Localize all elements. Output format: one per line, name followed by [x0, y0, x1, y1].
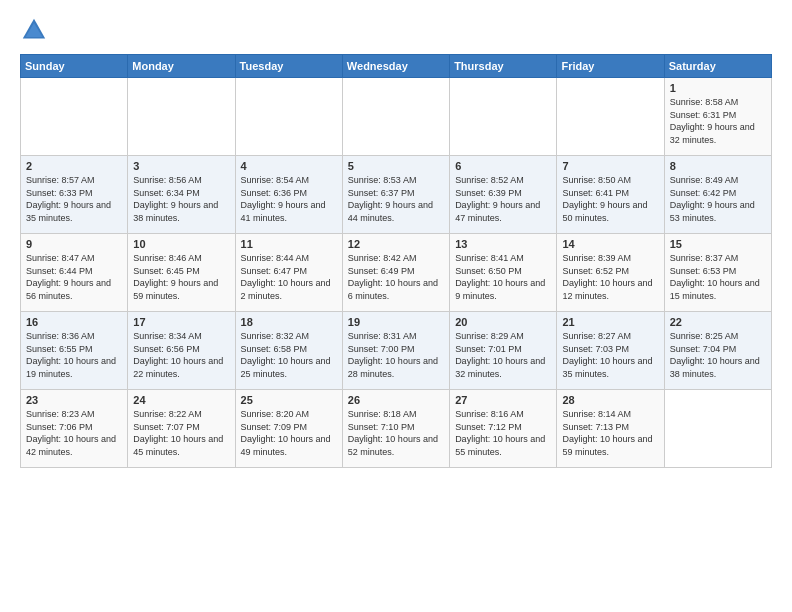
day-info: Sunrise: 8:37 AMSunset: 6:53 PMDaylight:… [670, 252, 766, 302]
week-row-5: 23Sunrise: 8:23 AMSunset: 7:06 PMDayligh… [21, 390, 772, 468]
day-number: 24 [133, 394, 229, 406]
calendar-cell [21, 78, 128, 156]
calendar-cell: 8Sunrise: 8:49 AMSunset: 6:42 PMDaylight… [664, 156, 771, 234]
calendar-cell: 7Sunrise: 8:50 AMSunset: 6:41 PMDaylight… [557, 156, 664, 234]
day-info: Sunrise: 8:20 AMSunset: 7:09 PMDaylight:… [241, 408, 337, 458]
week-row-4: 16Sunrise: 8:36 AMSunset: 6:55 PMDayligh… [21, 312, 772, 390]
week-row-3: 9Sunrise: 8:47 AMSunset: 6:44 PMDaylight… [21, 234, 772, 312]
day-number: 1 [670, 82, 766, 94]
day-info: Sunrise: 8:54 AMSunset: 6:36 PMDaylight:… [241, 174, 337, 224]
calendar-cell: 19Sunrise: 8:31 AMSunset: 7:00 PMDayligh… [342, 312, 449, 390]
day-info: Sunrise: 8:27 AMSunset: 7:03 PMDaylight:… [562, 330, 658, 380]
day-info: Sunrise: 8:29 AMSunset: 7:01 PMDaylight:… [455, 330, 551, 380]
day-info: Sunrise: 8:34 AMSunset: 6:56 PMDaylight:… [133, 330, 229, 380]
calendar-cell [557, 78, 664, 156]
day-number: 17 [133, 316, 229, 328]
calendar-cell [342, 78, 449, 156]
logo-icon [20, 16, 48, 44]
calendar-cell: 24Sunrise: 8:22 AMSunset: 7:07 PMDayligh… [128, 390, 235, 468]
day-number: 2 [26, 160, 122, 172]
calendar-cell: 5Sunrise: 8:53 AMSunset: 6:37 PMDaylight… [342, 156, 449, 234]
calendar-cell: 4Sunrise: 8:54 AMSunset: 6:36 PMDaylight… [235, 156, 342, 234]
calendar-cell: 28Sunrise: 8:14 AMSunset: 7:13 PMDayligh… [557, 390, 664, 468]
day-info: Sunrise: 8:14 AMSunset: 7:13 PMDaylight:… [562, 408, 658, 458]
day-number: 5 [348, 160, 444, 172]
calendar-cell: 14Sunrise: 8:39 AMSunset: 6:52 PMDayligh… [557, 234, 664, 312]
calendar-cell: 25Sunrise: 8:20 AMSunset: 7:09 PMDayligh… [235, 390, 342, 468]
day-number: 6 [455, 160, 551, 172]
day-number: 13 [455, 238, 551, 250]
day-number: 21 [562, 316, 658, 328]
weekday-header-sunday: Sunday [21, 55, 128, 78]
day-info: Sunrise: 8:58 AMSunset: 6:31 PMDaylight:… [670, 96, 766, 146]
day-info: Sunrise: 8:41 AMSunset: 6:50 PMDaylight:… [455, 252, 551, 302]
calendar-body: 1Sunrise: 8:58 AMSunset: 6:31 PMDaylight… [21, 78, 772, 468]
day-number: 4 [241, 160, 337, 172]
day-info: Sunrise: 8:31 AMSunset: 7:00 PMDaylight:… [348, 330, 444, 380]
calendar-cell: 13Sunrise: 8:41 AMSunset: 6:50 PMDayligh… [450, 234, 557, 312]
day-info: Sunrise: 8:36 AMSunset: 6:55 PMDaylight:… [26, 330, 122, 380]
day-info: Sunrise: 8:44 AMSunset: 6:47 PMDaylight:… [241, 252, 337, 302]
day-number: 8 [670, 160, 766, 172]
day-info: Sunrise: 8:25 AMSunset: 7:04 PMDaylight:… [670, 330, 766, 380]
day-number: 26 [348, 394, 444, 406]
day-info: Sunrise: 8:23 AMSunset: 7:06 PMDaylight:… [26, 408, 122, 458]
calendar-cell: 21Sunrise: 8:27 AMSunset: 7:03 PMDayligh… [557, 312, 664, 390]
calendar-cell: 26Sunrise: 8:18 AMSunset: 7:10 PMDayligh… [342, 390, 449, 468]
day-number: 20 [455, 316, 551, 328]
day-number: 22 [670, 316, 766, 328]
calendar-cell [664, 390, 771, 468]
weekday-header-wednesday: Wednesday [342, 55, 449, 78]
calendar: SundayMondayTuesdayWednesdayThursdayFrid… [20, 54, 772, 468]
calendar-header: SundayMondayTuesdayWednesdayThursdayFrid… [21, 55, 772, 78]
day-info: Sunrise: 8:18 AMSunset: 7:10 PMDaylight:… [348, 408, 444, 458]
day-number: 18 [241, 316, 337, 328]
day-number: 19 [348, 316, 444, 328]
calendar-cell [235, 78, 342, 156]
day-number: 16 [26, 316, 122, 328]
day-number: 10 [133, 238, 229, 250]
day-number: 12 [348, 238, 444, 250]
calendar-cell: 2Sunrise: 8:57 AMSunset: 6:33 PMDaylight… [21, 156, 128, 234]
calendar-cell: 16Sunrise: 8:36 AMSunset: 6:55 PMDayligh… [21, 312, 128, 390]
calendar-cell: 6Sunrise: 8:52 AMSunset: 6:39 PMDaylight… [450, 156, 557, 234]
weekday-header-monday: Monday [128, 55, 235, 78]
day-info: Sunrise: 8:57 AMSunset: 6:33 PMDaylight:… [26, 174, 122, 224]
calendar-cell [450, 78, 557, 156]
day-info: Sunrise: 8:52 AMSunset: 6:39 PMDaylight:… [455, 174, 551, 224]
day-number: 11 [241, 238, 337, 250]
weekday-row: SundayMondayTuesdayWednesdayThursdayFrid… [21, 55, 772, 78]
day-number: 23 [26, 394, 122, 406]
day-info: Sunrise: 8:32 AMSunset: 6:58 PMDaylight:… [241, 330, 337, 380]
calendar-cell: 20Sunrise: 8:29 AMSunset: 7:01 PMDayligh… [450, 312, 557, 390]
day-info: Sunrise: 8:49 AMSunset: 6:42 PMDaylight:… [670, 174, 766, 224]
day-info: Sunrise: 8:47 AMSunset: 6:44 PMDaylight:… [26, 252, 122, 302]
calendar-cell: 18Sunrise: 8:32 AMSunset: 6:58 PMDayligh… [235, 312, 342, 390]
weekday-header-friday: Friday [557, 55, 664, 78]
calendar-cell: 12Sunrise: 8:42 AMSunset: 6:49 PMDayligh… [342, 234, 449, 312]
calendar-cell: 27Sunrise: 8:16 AMSunset: 7:12 PMDayligh… [450, 390, 557, 468]
day-number: 15 [670, 238, 766, 250]
day-info: Sunrise: 8:42 AMSunset: 6:49 PMDaylight:… [348, 252, 444, 302]
day-number: 27 [455, 394, 551, 406]
calendar-cell: 9Sunrise: 8:47 AMSunset: 6:44 PMDaylight… [21, 234, 128, 312]
calendar-cell [128, 78, 235, 156]
week-row-1: 1Sunrise: 8:58 AMSunset: 6:31 PMDaylight… [21, 78, 772, 156]
day-info: Sunrise: 8:39 AMSunset: 6:52 PMDaylight:… [562, 252, 658, 302]
day-number: 9 [26, 238, 122, 250]
week-row-2: 2Sunrise: 8:57 AMSunset: 6:33 PMDaylight… [21, 156, 772, 234]
calendar-cell: 22Sunrise: 8:25 AMSunset: 7:04 PMDayligh… [664, 312, 771, 390]
day-info: Sunrise: 8:50 AMSunset: 6:41 PMDaylight:… [562, 174, 658, 224]
calendar-cell: 3Sunrise: 8:56 AMSunset: 6:34 PMDaylight… [128, 156, 235, 234]
calendar-cell: 23Sunrise: 8:23 AMSunset: 7:06 PMDayligh… [21, 390, 128, 468]
day-info: Sunrise: 8:56 AMSunset: 6:34 PMDaylight:… [133, 174, 229, 224]
day-number: 7 [562, 160, 658, 172]
weekday-header-tuesday: Tuesday [235, 55, 342, 78]
calendar-cell: 10Sunrise: 8:46 AMSunset: 6:45 PMDayligh… [128, 234, 235, 312]
weekday-header-thursday: Thursday [450, 55, 557, 78]
day-number: 3 [133, 160, 229, 172]
calendar-cell: 1Sunrise: 8:58 AMSunset: 6:31 PMDaylight… [664, 78, 771, 156]
day-info: Sunrise: 8:16 AMSunset: 7:12 PMDaylight:… [455, 408, 551, 458]
calendar-cell: 11Sunrise: 8:44 AMSunset: 6:47 PMDayligh… [235, 234, 342, 312]
page: SundayMondayTuesdayWednesdayThursdayFrid… [0, 0, 792, 612]
